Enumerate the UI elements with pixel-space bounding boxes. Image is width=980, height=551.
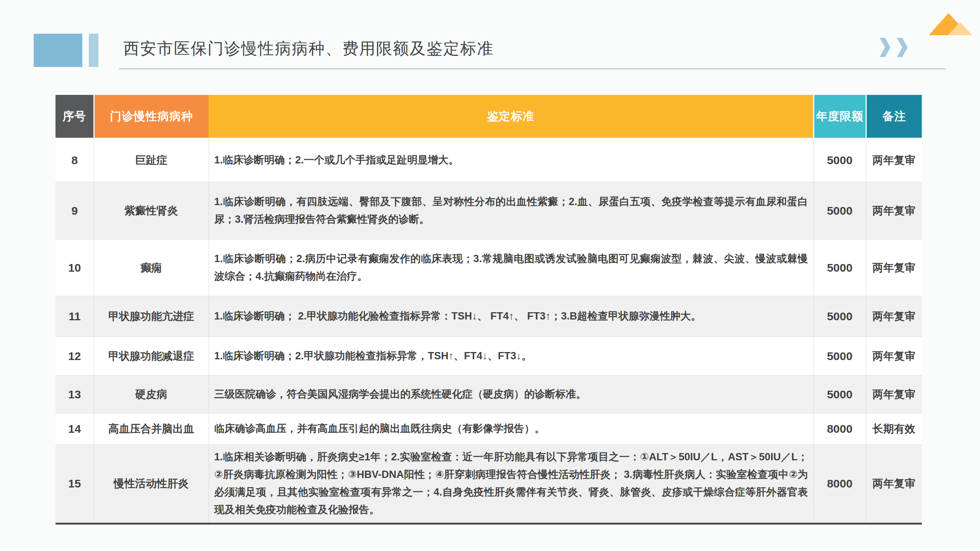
note-cell: 长期有效: [866, 414, 922, 445]
header-note: 备注: [866, 95, 922, 139]
row-number-cell: 13: [56, 375, 94, 414]
note-cell: 两年复审: [866, 296, 922, 337]
note-cell: 两年复审: [866, 445, 922, 524]
title-accent-bar: [34, 34, 82, 67]
note-cell: 两年复审: [866, 182, 922, 240]
table-row: 8 巨趾症 1.临床诊断明确；2.一个或几个手指或足趾明显增大。 5000 两年…: [56, 139, 922, 182]
table-row: 14 高血压合并脑出血 临床确诊高血压，并有高血压引起的脑出血既往病史（有影像学…: [56, 414, 922, 445]
standard-cell: 1.临床诊断明确； 2.甲状腺功能化验检查指标异常：TSH↓、 FT4↑、 FT…: [209, 296, 813, 337]
table-row: 15 慢性活动性肝炎 1.临床相关诊断明确，肝炎病史≥1年；2.实验室检查：近一…: [56, 445, 922, 524]
disease-name-cell: 硬皮病: [94, 375, 209, 414]
disease-name-cell: 癫痫: [94, 240, 209, 296]
row-number-cell: 15: [56, 445, 94, 524]
table-row: 12 甲状腺功能减退症 1.临床诊断明确；2.甲状腺功能检查指标异常，TSH↑、…: [56, 337, 922, 375]
annual-limit-cell: 5000: [813, 139, 866, 182]
standard-cell: 1.临床相关诊断明确，肝炎病史≥1年；2.实验室检查：近一年肝功能具有以下异常项…: [209, 445, 813, 524]
note-cell: 两年复审: [866, 240, 922, 296]
table-row: 9 紫癜性肾炎 1.临床诊断明确，有四肢远端、臀部及下腹部、呈对称性分布的出血性…: [56, 182, 922, 240]
disease-name-cell: 甲状腺功能减退症: [94, 337, 209, 375]
row-number-cell: 9: [56, 182, 94, 240]
row-number-cell: 8: [56, 139, 94, 182]
disease-name-cell: 紫癜性肾炎: [94, 182, 209, 240]
annual-limit-cell: 8000: [813, 414, 866, 445]
table-row: 11 甲状腺功能亢进症 1.临床诊断明确； 2.甲状腺功能化验检查指标异常：TS…: [56, 296, 922, 337]
row-number-cell: 11: [56, 296, 94, 337]
table-header-row: 序号 门诊慢性病病种 鉴定标准 年度限额 备注: [56, 95, 922, 139]
mountain-icon: [927, 11, 974, 37]
annual-limit-cell: 5000: [813, 240, 866, 296]
header-standard: 鉴定标准: [209, 95, 813, 139]
annual-limit-cell: 5000: [813, 337, 866, 375]
header-disease: 门诊慢性病病种: [94, 95, 209, 139]
annual-limit-cell: 8000: [813, 445, 866, 524]
note-cell: 两年复审: [866, 139, 922, 182]
chronic-disease-table: 序号 门诊慢性病病种 鉴定标准 年度限额 备注 8 巨趾症 1.临床诊断明确；2…: [56, 95, 922, 525]
standard-cell: 临床确诊高血压，并有高血压引起的脑出血既往病史（有影像学报告）。: [209, 414, 813, 445]
row-number-cell: 10: [56, 240, 94, 296]
title-underline: [119, 68, 946, 69]
standard-cell: 1.临床诊断明确；2.一个或几个手指或足趾明显增大。: [209, 139, 813, 182]
disease-name-cell: 甲状腺功能亢进症: [94, 296, 209, 337]
disease-name-cell: 巨趾症: [94, 139, 209, 182]
annual-limit-cell: 5000: [813, 375, 866, 414]
note-cell: 两年复审: [866, 375, 922, 414]
standard-cell: 1.临床诊断明确，有四肢远端、臀部及下腹部、呈对称性分布的出血性紫癜；2.血、尿…: [209, 182, 813, 240]
double-chevron-right-icon: [880, 38, 909, 59]
row-number-cell: 12: [56, 337, 94, 375]
annual-limit-cell: 5000: [813, 182, 866, 240]
standard-cell: 三级医院确诊，符合美国风湿病学会提出的系统性硬化症（硬皮病）的诊断标准。: [209, 375, 813, 414]
table-row: 10 癫痫 1.临床诊断明确；2.病历中记录有癫痫发作的临床表现；3.常规脑电图…: [56, 240, 922, 296]
table-row: 13 硬皮病 三级医院确诊，符合美国风湿病学会提出的系统性硬化症（硬皮病）的诊断…: [56, 375, 922, 414]
note-cell: 两年复审: [866, 337, 922, 375]
header-limit: 年度限额: [813, 95, 866, 139]
header-no: 序号: [56, 95, 94, 139]
row-number-cell: 14: [56, 414, 94, 445]
annual-limit-cell: 5000: [813, 296, 866, 337]
page-title: 西安市医保门诊慢性病病种、费用限额及鉴定标准: [123, 38, 494, 59]
standard-cell: 1.临床诊断明确；2.甲状腺功能检查指标异常，TSH↑、FT4↓、FT3↓。: [209, 337, 813, 375]
disease-name-cell: 高血压合并脑出血: [94, 414, 209, 445]
standard-cell: 1.临床诊断明确；2.病历中记录有癫痫发作的临床表现；3.常规脑电图或诱发试验脑…: [209, 240, 813, 296]
title-accent-bar-thin: [89, 34, 98, 67]
disease-name-cell: 慢性活动性肝炎: [94, 445, 209, 524]
